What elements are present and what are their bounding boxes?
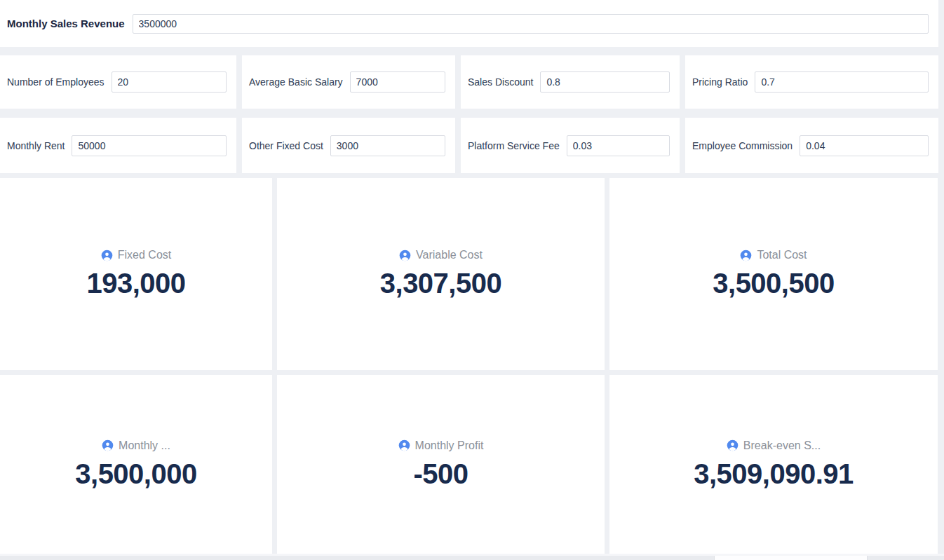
monthly-sales-revenue-label: Monthly Sales Revenue	[7, 18, 125, 29]
pricing-ratio-label: Pricing Ratio	[692, 76, 748, 88]
metric-row-2: Monthly ... 3,500,000 Monthly Profit -50…	[0, 375, 944, 554]
employee-commission-input[interactable]	[800, 135, 929, 156]
metric-value: 193,000	[86, 268, 185, 299]
monthly-sales-revenue-input[interactable]	[133, 14, 929, 34]
number-of-employees-card: Number of Employees	[0, 55, 236, 109]
horizontal-scrollbar-track[interactable]	[0, 556, 944, 560]
average-basic-salary-card: Average Basic Salary	[242, 55, 455, 109]
employee-commission-card: Employee Commission	[685, 118, 938, 173]
metric-title: Monthly Profit	[415, 439, 484, 452]
metric-value: 3,500,500	[713, 268, 834, 299]
metric-head: Variable Cost	[399, 249, 483, 261]
fixed-cost-metric-card: Fixed Cost 193,000	[0, 178, 272, 370]
metric-head: Fixed Cost	[101, 249, 171, 261]
pricing-ratio-input[interactable]	[755, 71, 929, 93]
total-cost-metric-card: Total Cost 3,500,500	[609, 178, 938, 370]
metric-value: 3,307,500	[380, 268, 501, 299]
variable-cost-metric-card: Variable Cost 3,307,500	[277, 178, 605, 370]
metric-title: Total Cost	[757, 249, 807, 261]
monthly-sales-metric-card: Monthly ... 3,500,000	[0, 375, 272, 554]
average-basic-salary-input[interactable]	[350, 71, 445, 93]
input-row-2: Monthly Rent Other Fixed Cost Platform S…	[0, 118, 944, 173]
sales-discount-input[interactable]	[540, 71, 670, 93]
metric-title: Variable Cost	[416, 249, 483, 261]
horizontal-scrollbar-thumb[interactable]	[714, 556, 868, 560]
sales-discount-label: Sales Discount	[468, 76, 533, 88]
metric-head: Total Cost	[740, 249, 807, 261]
number-of-employees-label: Number of Employees	[7, 76, 104, 88]
break-even-sales-metric-card: Break-even S... 3,509,090.91	[609, 375, 938, 554]
input-row-1: Number of Employees Average Basic Salary…	[0, 55, 944, 109]
bottom-strip	[0, 554, 944, 560]
other-fixed-cost-card: Other Fixed Cost	[242, 118, 455, 173]
metric-row-1: Fixed Cost 193,000 Variable Cost 3,307,5…	[0, 178, 944, 370]
platform-service-fee-label: Platform Service Fee	[468, 140, 560, 151]
metric-value: -500	[413, 458, 468, 490]
other-fixed-cost-input[interactable]	[330, 135, 445, 156]
platform-service-fee-input[interactable]	[567, 135, 670, 156]
user-icon	[398, 439, 410, 451]
user-icon	[102, 439, 114, 451]
metric-head: Monthly ...	[102, 439, 170, 452]
metric-head: Monthly Profit	[398, 439, 484, 452]
metric-value: 3,509,090.91	[694, 458, 854, 490]
user-icon	[740, 250, 752, 261]
dashboard-page: Monthly Sales Revenue Number of Employee…	[0, 0, 944, 560]
number-of-employees-input[interactable]	[112, 71, 227, 93]
monthly-sales-revenue-card: Monthly Sales Revenue	[0, 0, 938, 47]
metric-title: Monthly ...	[119, 439, 170, 452]
pricing-ratio-card: Pricing Ratio	[685, 55, 938, 109]
metric-title: Fixed Cost	[118, 249, 171, 261]
monthly-rent-input[interactable]	[72, 135, 227, 156]
employee-commission-label: Employee Commission	[692, 140, 793, 151]
other-fixed-cost-label: Other Fixed Cost	[249, 140, 323, 151]
metric-title: Break-even S...	[743, 439, 821, 452]
monthly-rent-label: Monthly Rent	[7, 140, 65, 151]
average-basic-salary-label: Average Basic Salary	[249, 76, 343, 88]
monthly-profit-metric-card: Monthly Profit -500	[277, 375, 605, 554]
user-icon	[399, 250, 411, 261]
monthly-rent-card: Monthly Rent	[0, 118, 236, 173]
metric-head: Break-even S...	[727, 439, 821, 452]
platform-service-fee-card: Platform Service Fee	[461, 118, 680, 173]
user-icon	[101, 250, 113, 261]
sales-discount-card: Sales Discount	[461, 55, 680, 109]
metric-value: 3,500,000	[75, 458, 196, 490]
user-icon	[727, 439, 739, 451]
